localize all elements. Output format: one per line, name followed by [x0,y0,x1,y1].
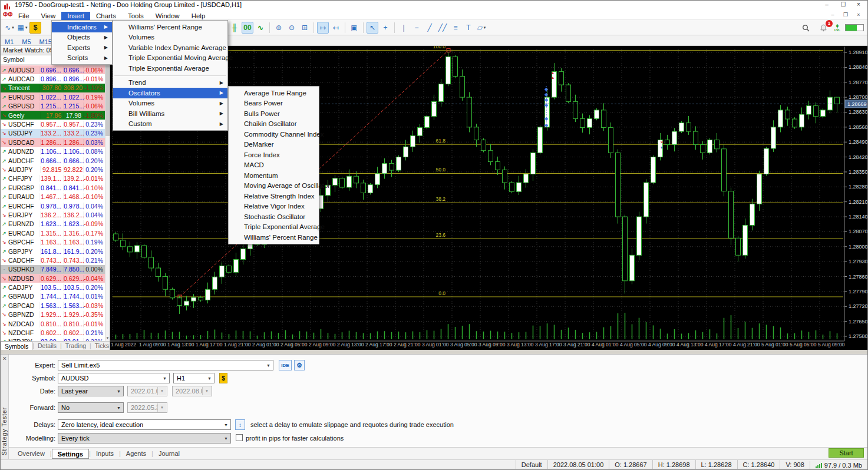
notifications-bell-icon[interactable]: 1 [817,22,829,34]
symbol-select[interactable]: AUDUSD▼ [58,373,170,383]
delay-settings-button[interactable]: ↕ [235,419,245,430]
dropdown-caret-icon[interactable]: ▾ [484,25,486,30]
symbol-row-cadchf[interactable]: ↘CADCHF0.743...0.743...0.21% [1,256,105,264]
market-watch-tab-ticks[interactable]: Ticks [91,342,110,350]
market-watch-scrollbar[interactable]: ▼ [105,65,110,341]
dropdown-caret-icon[interactable]: ▾ [25,25,28,30]
symbol-row-geely[interactable]: ↘Geely17.8617.98-1.80% [1,111,105,120]
shapes-icon[interactable]: ▱▾ [476,22,487,34]
candles-mode-icon[interactable]: 00 [242,22,253,34]
indicators-menu-item-triple-exponential-moving-average[interactable]: Triple Exponential Moving Average [113,53,227,64]
close-button[interactable]: × [851,1,866,9]
dropdown-caret-icon[interactable]: ▾ [12,25,14,30]
symbol-row-cadjpy[interactable]: ↗CADJPY103.5...103.5...0.20% [1,283,105,292]
indicators-menu-item-trend[interactable]: Trend▶ [113,78,227,88]
market-watch-tab-trading[interactable]: Trading [62,342,90,350]
zoom-out-icon[interactable]: ⊖ [286,22,298,34]
symbol-row-gbpaud[interactable]: ↗GBPAUD1.744...1.744...0.01% [1,292,105,301]
indicators-menu-item-volumes[interactable]: Volumes [113,32,227,43]
symbol-row-euraud[interactable]: ↗EURAUD1.467...1.468...-0.10% [1,192,105,201]
symbol-row-usdhkd[interactable]: ·USDHKD7.849...7.850...0.00% [1,265,105,274]
symbol-row-eurnzd[interactable]: ↗EURNZD1.623...1.623...-0.09% [1,220,105,229]
shift-end-icon[interactable]: ↦ [317,22,329,34]
insert-menu-item-objects[interactable]: Objects▶ [52,32,112,43]
start-button[interactable]: Start [829,448,864,458]
insert-menu-item-indicators[interactable]: Indicators▶ [52,22,112,32]
symbol-row-usdcad[interactable]: ↘USDCAD1.286...1.286...0.03% [1,138,105,147]
zoom-in-icon[interactable]: ⊕ [273,22,285,34]
symbol-row-eurchf[interactable]: ↗EURCHF0.978...0.978...0.04% [1,201,105,210]
deposit-button[interactable]: $ [219,373,227,383]
symbol-row-eurjpy[interactable]: ↘EURJPY136.2...136.2...0.04% [1,210,105,219]
period-select[interactable]: H1▼ [173,373,214,383]
child-minimize-button[interactable]: – [826,11,839,19]
market-watch-tab-details[interactable]: Details [34,342,60,350]
indicators-menu-item-triple-exponential-average[interactable]: Triple Exponential Average [113,63,227,74]
symbol-row-usdjpy[interactable]: ↘USDJPY133.2...133.2...0.23% [1,129,105,138]
tester-tab-agents[interactable]: Agents [121,449,151,459]
oscillators-menu-item-macd[interactable]: MACD [229,160,319,171]
indicators-menu-item-oscillators[interactable]: Oscillators▶ [113,88,227,98]
trendline-icon[interactable]: ╱ [424,22,435,34]
gear-button[interactable]: ⚙ [294,360,305,370]
oscillators-menu-item-momentum[interactable]: Momentum [229,170,319,181]
symbol-row-audchf[interactable]: ↗AUDCHF0.666...0.666...0.20% [1,156,105,165]
symbol-row-gbpjpy[interactable]: ↗GBPJPY161.8...161.9...0.20% [1,247,105,256]
tester-tab-overview[interactable]: Overview [12,449,50,459]
symbol-row-audusd[interactable]: ↗AUDUSD0.696...0.696...-0.06% [1,65,105,74]
ide-button[interactable]: IDE [279,360,292,370]
tester-tab-journal[interactable]: Journal [153,449,185,459]
maximize-button[interactable]: ☐ [836,1,851,9]
tester-tab-settings[interactable]: Settings [52,449,89,459]
channel-icon[interactable]: ╱╱ [437,22,448,34]
vertical-line-icon[interactable]: | [398,22,410,34]
indicators-menu-item-variable-index-dynamic-average[interactable]: Variable Index Dynamic Average [113,42,227,53]
modelling-select[interactable]: Every tick▼ [58,433,231,443]
symbol-row-nzdchf[interactable]: ↘NZDCHF0.602...0.602...0.21% [1,328,105,337]
scrollbar-down-arrow[interactable]: ▼ [105,336,110,341]
symbol-row-usdchf[interactable]: ↘USDCHF0.957...0.957...0.23% [1,120,105,128]
oscillators-menu-item-relative-strength-index[interactable]: Relative Strength Index [229,191,319,201]
oscillators-menu-item-force-index[interactable]: Force Index [229,150,319,160]
oscillators-menu-item-moving-average-of-oscillator[interactable]: Moving Average of Oscillator [229,181,319,191]
oscillators-menu-item-stochastic-oscillator[interactable]: Stochastic Oscillator [229,211,319,222]
tester-close-icon[interactable]: ✕ [2,356,7,362]
symbol-row-audcad[interactable]: ↗AUDCAD0.896...0.896...-0.01% [1,74,105,83]
panel-splitter[interactable] [1,350,867,354]
auto-scroll-icon[interactable]: ↤ [330,22,342,34]
symbol-row-eurusd[interactable]: ↗EURUSD1.022...1.022...-0.19% [1,92,105,101]
expert-select[interactable]: Sell Limit.ex5▼ [58,360,273,370]
text-tool-icon[interactable]: T [463,22,474,34]
symbol-row-nzdusd[interactable]: ↘NZDUSD0.629...0.629...-0.04% [1,274,105,283]
symbol-row-gbpchf[interactable]: ↘GBPCHF1.163...1.163...0.19% [1,237,105,246]
oscillators-menu-item-bears-power[interactable]: Bears Power [229,98,319,109]
timeframe-m5[interactable]: M5 [19,38,34,46]
line-mode-icon[interactable]: ∿ [255,22,266,34]
camera-icon[interactable]: ▣ [348,22,360,34]
symbol-row-gbpnzd[interactable]: ↘GBPNZD1.929...1.929...-0.35% [1,310,105,319]
search-icon[interactable] [800,22,811,34]
horizontal-line-icon[interactable]: − [411,22,423,34]
symbol-row-audnzd[interactable]: ↗AUDNZD1.106...1.106...0.08% [1,147,105,156]
cursor-icon[interactable]: ↖ [367,22,378,34]
indicators-menu-item-bill-williams[interactable]: Bill Williams▶ [113,108,227,119]
new-order-icon[interactable]: $ [29,22,41,34]
oscillators-menu-item-commodity-channel-index[interactable]: Commodity Channel Index [229,129,319,140]
forward-select[interactable]: No▼ [58,402,124,413]
symbol-row-gbpusd[interactable]: ↗GBPUSD1.215...1.215...-0.06% [1,102,105,111]
oscillators-menu-item-chaikin-oscillator[interactable]: Chaikin Oscillator [229,119,319,130]
indicators-menu-item-custom[interactable]: Custom▶ [113,119,227,130]
market-watch-tab-symbols[interactable]: Symbols [1,342,32,350]
indicators-menu-item-volumes[interactable]: Volumes▶ [113,98,227,109]
bars-mode-icon[interactable]: ╫ [229,22,240,34]
crosshair-icon[interactable]: + [379,22,391,34]
insert-menu-item-experts[interactable]: Experts▶ [52,42,112,53]
oscillators-menu-item-relative-vigor-index[interactable]: Relative Vigor Index [229,201,319,212]
symbol-row-eurcad[interactable]: ↗EURCAD1.315...1.316...-0.17% [1,229,105,237]
pips-checkbox[interactable] [236,434,243,441]
date-range-select[interactable]: Last year▼ [58,386,124,396]
symbol-row-chfjpy[interactable]: ↗CHFJPY139.1...139.2...-0.01% [1,174,105,183]
tile-windows-icon[interactable]: ⊞ [299,22,311,34]
minimize-button[interactable]: – [819,1,834,9]
insert-menu-item-scripts[interactable]: Scripts▶ [52,53,112,64]
